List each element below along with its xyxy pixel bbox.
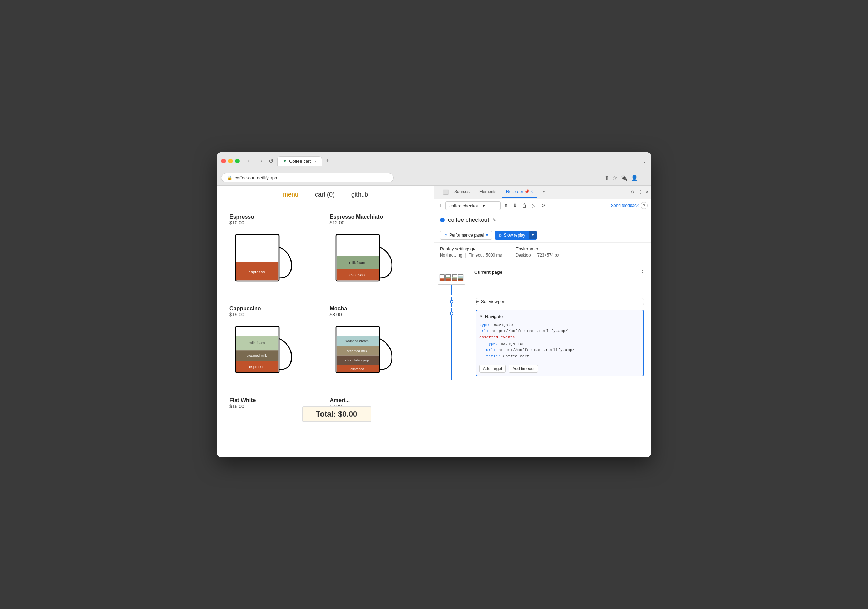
coffee-name-mocha: Mocha — [330, 306, 422, 312]
back-button[interactable]: ← — [245, 156, 254, 165]
devtools-more-icon[interactable]: ⋮ — [638, 190, 642, 195]
svg-text:steamed milk: steamed milk — [246, 354, 267, 357]
tab-close-icon[interactable]: × — [314, 159, 316, 164]
code-line-type: type: navigate — [479, 322, 641, 328]
edit-title-icon[interactable]: ✎ — [493, 218, 496, 223]
browser-tab[interactable]: ▼ Coffee cart × — [277, 156, 322, 166]
coffee-item-espresso[interactable]: Espresso $10.00 espresso — [225, 210, 326, 301]
import-button[interactable]: ⬇ — [512, 201, 519, 210]
coffee-price-espresso: $10.00 — [229, 220, 322, 226]
export-button[interactable]: ⬆ — [503, 201, 510, 210]
close-traffic-light[interactable] — [221, 159, 226, 164]
wand-button[interactable]: ⟳ — [540, 201, 547, 210]
inspect-icon[interactable]: ⬜ — [443, 189, 449, 195]
add-recording-button[interactable]: + — [438, 201, 443, 210]
total-text: Total: $0.00 — [316, 410, 357, 418]
svg-text:espresso: espresso — [349, 272, 365, 277]
coffee-item-americano[interactable]: Ameri... $7.00 Total: $0.00 — [326, 393, 426, 437]
slow-replay-dropdown[interactable]: ▾ — [529, 231, 537, 239]
navigate-collapse-icon: ▼ — [479, 314, 483, 318]
address-bar: 🔒 coffee-cart.netlify.app ⬆ ☆ 🔌 👤 ⋮ — [217, 170, 651, 185]
nav-timeline-bottom — [451, 315, 452, 380]
set-viewport-header-left: ▶ Set viewport — [476, 299, 506, 304]
navigate-step[interactable]: ▼ Navigate ⋮ type: navigate — [476, 310, 644, 376]
bookmark-icon[interactable]: ☆ — [612, 175, 617, 181]
set-viewport-name: Set viewport — [481, 299, 506, 304]
set-viewport-step[interactable]: ▶ Set viewport ⋮ — [476, 298, 644, 305]
svg-rect-37 — [459, 280, 463, 280]
url-text: coffee-cart.netlify.app — [235, 175, 277, 180]
slow-replay-label: Slow replay — [504, 233, 525, 238]
steps-area: Current page ⋮ — [434, 261, 651, 457]
tab-bar: ▼ Coffee cart × + — [277, 156, 640, 166]
add-target-button[interactable]: Add target — [479, 365, 506, 373]
code-line-nav-url: url: https://coffee-cart.netlify.app/ — [479, 347, 641, 353]
navigate-step-header[interactable]: ▼ Navigate ⋮ — [479, 313, 641, 320]
replay-settings-label[interactable]: Replay settings ▶ — [440, 246, 502, 251]
navigate-step-actions: Add target Add timeout — [479, 365, 641, 373]
address-input[interactable]: 🔒 coffee-cart.netlify.app — [221, 173, 394, 182]
svg-text:whipped cream: whipped cream — [345, 339, 369, 342]
coffee-price-macchiato: $12.00 — [330, 220, 422, 226]
code-key-nav-type: type: — [486, 341, 498, 347]
tab-title: Coffee cart — [289, 159, 311, 164]
recording-name-toolbar: coffee checkout — [449, 203, 480, 208]
navigate-row: ▼ Navigate ⋮ type: navigate — [434, 308, 651, 380]
slow-replay-button[interactable]: ▷ Slow replay — [495, 231, 529, 239]
send-feedback-link[interactable]: Send feedback — [611, 203, 639, 208]
refresh-button[interactable]: ↺ — [267, 156, 274, 166]
navigate-step-name: Navigate — [485, 314, 503, 319]
devtools-close-icon[interactable]: × — [646, 190, 648, 195]
share-icon[interactable]: ⬆ — [604, 175, 609, 181]
current-page-menu-icon[interactable]: ⋮ — [640, 269, 645, 275]
forward-button[interactable]: → — [256, 156, 265, 165]
navigate-step-code: type: navigate url: https://coffee-cart.… — [479, 320, 641, 362]
profile-icon[interactable]: 👤 — [631, 175, 638, 181]
replay-button[interactable]: ▷| — [530, 201, 538, 210]
set-viewport-header[interactable]: ▶ Set viewport ⋮ — [476, 298, 644, 305]
screenshot-thumbnail[interactable] — [438, 266, 465, 285]
nav-menu-link[interactable]: menu — [283, 191, 298, 198]
nav-timeline-top — [451, 308, 452, 312]
dropdown-chevron-icon: ▾ — [483, 203, 485, 208]
tab-more[interactable]: » — [539, 187, 549, 198]
coffee-item-cappuccino[interactable]: Cappuccino $19.00 milk foam steamed milk — [225, 301, 326, 393]
navigate-menu-icon[interactable]: ⋮ — [635, 313, 641, 320]
code-val-nav-type: navigation — [501, 341, 525, 347]
nav-cart-link[interactable]: cart (0) — [315, 191, 335, 198]
recording-dropdown[interactable]: coffee checkout ▾ — [445, 201, 501, 210]
recording-title: coffee checkout — [448, 216, 489, 223]
lock-icon: 🔒 — [227, 175, 232, 180]
svg-rect-34 — [459, 276, 463, 278]
svg-text:espresso: espresso — [248, 269, 265, 274]
help-button[interactable]: ? — [641, 202, 648, 209]
navigate-header-left: ▼ Navigate — [479, 314, 503, 319]
menu-icon[interactable]: ⋮ — [641, 175, 647, 181]
tab-favicon-icon: ▼ — [282, 159, 287, 164]
svg-text:espresso: espresso — [249, 364, 264, 368]
add-timeout-button[interactable]: Add timeout — [508, 365, 538, 373]
nav-github-link[interactable]: github — [351, 191, 368, 198]
set-viewport-row: ▶ Set viewport ⋮ — [434, 297, 651, 307]
current-page-content: Current page ⋮ — [469, 266, 651, 278]
tab-recorder[interactable]: Recorder 📌 × — [502, 187, 537, 198]
new-tab-button[interactable]: + — [323, 156, 333, 166]
tab-elements[interactable]: Elements — [475, 187, 501, 198]
settings-col-right: Environment Desktop | 723×574 px — [515, 246, 559, 258]
recording-header: coffee checkout ✎ — [434, 212, 651, 228]
cursor-icon[interactable]: ⬚ — [437, 189, 442, 195]
tab-sources[interactable]: Sources — [450, 187, 474, 198]
delete-button[interactable]: 🗑 — [521, 201, 528, 210]
total-bar: Total: $0.00 — [302, 406, 371, 422]
resolution-label: 723×574 px — [538, 253, 559, 258]
performance-panel-button[interactable]: ⟳ Performance panel ▾ — [440, 231, 492, 240]
coffee-item-macchiato[interactable]: Espresso Macchiato $12.00 milk foam espr… — [326, 210, 426, 301]
viewport-step-wrapper: ▶ Set viewport ⋮ — [469, 297, 651, 307]
set-viewport-menu-icon[interactable]: ⋮ — [638, 298, 644, 305]
maximize-traffic-light[interactable] — [235, 159, 240, 164]
minimize-traffic-light[interactable] — [228, 159, 233, 164]
devtools-settings-icon[interactable]: ⚙ — [631, 190, 635, 195]
mug-cappuccino: milk foam steamed milk espresso — [229, 320, 298, 389]
coffee-item-mocha[interactable]: Mocha $8.00 whipped cream steamed milk — [326, 301, 426, 393]
extensions-icon[interactable]: 🔌 — [621, 175, 628, 181]
